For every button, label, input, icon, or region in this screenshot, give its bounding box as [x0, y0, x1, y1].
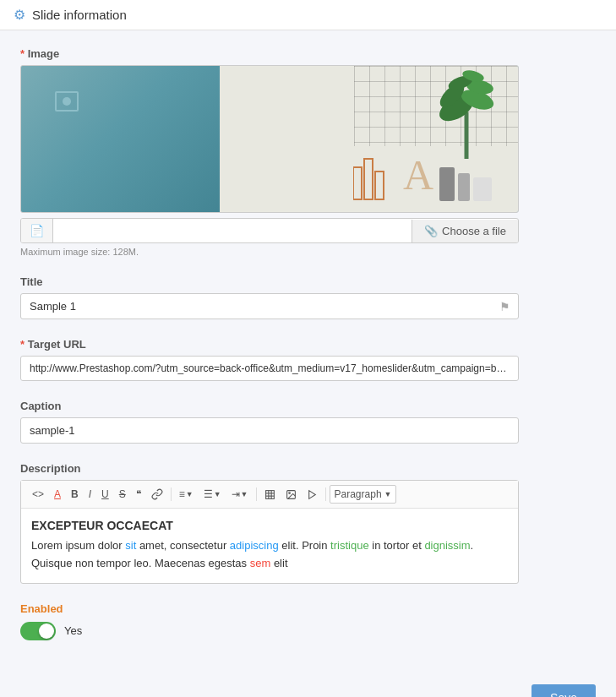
toolbar-bold-btn[interactable]: B	[67, 486, 83, 503]
toolbar-list-btn[interactable]: ☰ ▼	[199, 486, 226, 503]
toggle-row: Yes	[20, 622, 596, 640]
toolbar-color-btn[interactable]: A	[50, 486, 65, 503]
toolbar-italic-btn[interactable]: I	[84, 486, 95, 503]
letter-a-decoration: A	[403, 150, 433, 199]
toolbar-table-btn[interactable]	[260, 487, 280, 503]
choose-file-button[interactable]: 📎 Choose a file	[412, 220, 518, 242]
file-input-text[interactable]	[53, 220, 412, 242]
caption-input[interactable]	[20, 417, 519, 444]
svg-point-19	[288, 492, 290, 493]
toolbar-divider-2	[256, 487, 257, 501]
file-icon-button[interactable]: 📄	[21, 219, 53, 242]
caption-label: Caption	[20, 400, 596, 412]
toolbar-divider-1	[171, 487, 172, 501]
editor-content[interactable]: EXCEPTEUR OCCAECAT Lorem ipsum dolor sit…	[21, 509, 518, 583]
toolbar-align-btn[interactable]: ≡ ▼	[175, 486, 198, 503]
svg-marker-20	[308, 490, 315, 498]
toolbar-paragraph-dropdown[interactable]: Paragraph ▼	[330, 485, 397, 504]
image-preview-inner: A	[21, 66, 518, 212]
description-label: Description	[20, 462, 596, 475]
image-preview: A	[20, 65, 519, 213]
title-label: Title	[20, 275, 596, 288]
page-header: ⚙ Slide information	[0, 0, 616, 30]
toolbar-video-btn[interactable]	[303, 487, 322, 503]
toolbar-code-btn[interactable]: <>	[28, 486, 48, 503]
target-url-group: Target URL	[20, 338, 596, 381]
svg-rect-13	[265, 490, 274, 498]
editor-body: Lorem ipsum dolor sit amet, consectetur …	[31, 537, 508, 573]
save-btn-container: Save	[0, 671, 616, 697]
image-label: Image	[20, 47, 596, 60]
title-input[interactable]	[20, 293, 519, 319]
description-editor: <> A B I U S ❝ ≡ ▼ ☰ ▼ ⇥ ▼	[20, 480, 519, 584]
toggle-thumb	[39, 623, 54, 639]
file-input-row: 📄 📎 Choose a file	[20, 218, 519, 243]
page-title: Slide information	[32, 8, 127, 22]
flag-icon: ⚑	[499, 300, 510, 313]
image-group: Image	[20, 47, 596, 257]
toolbar-image-btn[interactable]	[281, 487, 301, 503]
toolbar-divider-3	[325, 487, 326, 501]
target-url-input[interactable]	[20, 356, 519, 381]
upload-icon: 📎	[424, 225, 438, 237]
gear-icon: ⚙	[14, 7, 25, 23]
title-input-wrapper: ⚑	[20, 293, 519, 319]
editor-toolbar: <> A B I U S ❝ ≡ ▼ ☰ ▼ ⇥ ▼	[21, 481, 518, 509]
url-input-wrap	[20, 356, 519, 381]
frame-decoration	[353, 155, 387, 204]
toolbar-strikethrough-btn[interactable]: S	[115, 486, 130, 503]
caption-group: Caption	[20, 400, 596, 444]
toggle-yes-label: Yes	[64, 624, 82, 637]
paragraph-label: Paragraph	[335, 488, 382, 500]
image-right-panel: A	[220, 66, 518, 212]
svg-rect-11	[458, 173, 470, 201]
target-url-label: Target URL	[20, 338, 596, 351]
svg-rect-10	[439, 167, 455, 201]
image-placeholder-icon	[55, 91, 79, 112]
chevron-down-icon: ▼	[384, 490, 392, 498]
editor-heading: EXCEPTEUR OCCAECAT	[31, 519, 508, 532]
toggle-track	[20, 622, 56, 640]
svg-rect-9	[375, 172, 384, 199]
enabled-section: Enabled Yes	[20, 602, 596, 640]
file-size-hint: Maximum image size: 128M.	[20, 247, 596, 257]
enabled-label: Enabled	[20, 602, 596, 615]
svg-rect-8	[364, 159, 373, 199]
save-button[interactable]: Save	[532, 684, 596, 697]
choose-file-label: Choose a file	[442, 225, 506, 237]
title-group: Title ⚑	[20, 275, 596, 319]
main-content: Image	[0, 30, 616, 671]
toolbar-underline-btn[interactable]: U	[97, 486, 113, 503]
toolbar-indent-btn[interactable]: ⇥ ▼	[227, 486, 253, 503]
cylinder-decoration	[439, 161, 494, 205]
toolbar-quote-btn[interactable]: ❝	[132, 486, 145, 503]
svg-rect-7	[353, 167, 362, 199]
toolbar-link-btn[interactable]	[147, 486, 167, 503]
enabled-toggle[interactable]	[20, 622, 56, 640]
description-group: Description <> A B I U S ❝ ≡ ▼ ☰ ▼	[20, 462, 596, 584]
plant-decoration	[431, 66, 503, 159]
svg-rect-12	[473, 177, 492, 201]
